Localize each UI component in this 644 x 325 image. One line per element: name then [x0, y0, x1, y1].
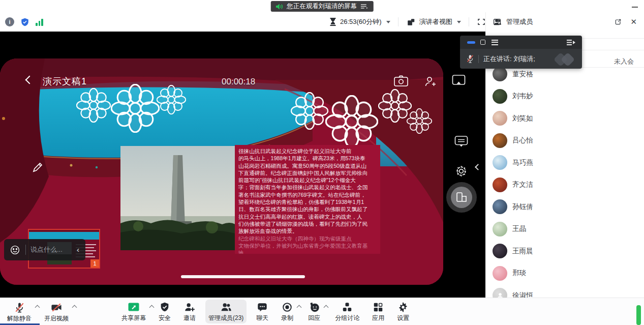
- avatar: [493, 266, 507, 281]
- chevron-up-icon[interactable]: [324, 305, 329, 310]
- add-member-icon[interactable]: [424, 76, 437, 87]
- breakout-icon: [342, 302, 353, 313]
- comment-input-placeholder[interactable]: 说点什么...: [30, 245, 75, 254]
- emoji-icon[interactable]: [4, 245, 20, 255]
- divider: [478, 55, 479, 63]
- member-name: 孙钰倩: [512, 202, 533, 212]
- member-row[interactable]: 邢琰: [485, 262, 644, 285]
- view-layout-icon: [406, 17, 416, 27]
- member-row[interactable]: 齐文洁: [485, 174, 644, 196]
- member-row[interactable]: 吕心怡: [485, 130, 644, 152]
- chat-button[interactable]: 聊天: [253, 300, 271, 323]
- member-row[interactable]: 徐淑恒: [485, 284, 644, 298]
- invite-button[interactable]: 邀请: [180, 300, 199, 323]
- member-name: 董安格: [512, 70, 533, 79]
- avatar: [493, 178, 507, 192]
- chevron-up-icon[interactable]: [72, 305, 77, 310]
- record-button[interactable]: 录制: [278, 300, 296, 323]
- members-icon: [493, 18, 502, 26]
- member-row[interactable]: 马巧燕: [485, 152, 644, 174]
- avatar: [493, 133, 507, 148]
- manage-members-button[interactable]: 管理成员(23): [205, 300, 247, 323]
- popup-collapse-icon[interactable]: [567, 39, 576, 46]
- chevron-up-icon[interactable]: [149, 305, 155, 310]
- edge-indicator-dot: [2, 117, 5, 120]
- camera-slash-icon: [50, 302, 63, 313]
- member-row[interactable]: 刘韦妙: [485, 85, 644, 108]
- view-mode-label[interactable]: 演讲者视图: [419, 17, 452, 26]
- popup-menu-icon[interactable]: [492, 40, 498, 46]
- slide-paragraph-main: 徂徕山抗日武装起义纪念碑位于起义旧址大寺前 的马头山上，1988年1月建立。碑高…: [238, 148, 367, 234]
- timer-dropdown-icon[interactable]: [386, 21, 390, 23]
- member-name: 马巧燕: [512, 158, 533, 167]
- annotate-pencil-icon[interactable]: [32, 161, 44, 173]
- popup-minimize-icon[interactable]: [467, 41, 475, 44]
- start-video-button[interactable]: 开启视频: [41, 300, 72, 324]
- member-name: 齐文洁: [512, 180, 533, 189]
- network-signal-icon[interactable]: [36, 18, 43, 26]
- fullscreen-icon[interactable]: [477, 17, 486, 26]
- top-banner-bar: 您正在观看刘瑞清的屏幕: [0, 0, 644, 12]
- slide-title: 演示文稿1: [43, 75, 87, 87]
- slide-progress-bar[interactable]: [181, 275, 305, 278]
- button-label: 解除静音: [7, 314, 32, 323]
- divider: [469, 17, 469, 26]
- avatar: [493, 222, 507, 237]
- invite-person-icon: [184, 302, 195, 313]
- member-name: 吕心怡: [512, 136, 533, 145]
- popup-titlebar: [460, 36, 582, 49]
- watching-banner[interactable]: 您正在观看刘瑞清的屏幕: [270, 1, 374, 12]
- avatar: [493, 244, 507, 258]
- chevron-up-icon[interactable]: [35, 305, 40, 310]
- security-shield-icon[interactable]: [20, 17, 29, 27]
- avatar: [493, 155, 507, 170]
- divider: [25, 245, 26, 255]
- collapse-input-icon[interactable]: ‹: [75, 245, 85, 255]
- taskbar-peek-bar: [636, 305, 641, 325]
- view-mode-dropdown-icon[interactable]: [457, 21, 461, 23]
- settings-button[interactable]: 设置: [394, 300, 412, 323]
- mic-slash-icon: [14, 302, 25, 313]
- window-minimize-icon[interactable]: [632, 7, 638, 8]
- layout-switch-button[interactable]: [446, 182, 477, 213]
- shield-check-icon: [159, 302, 170, 313]
- share-screen-button[interactable]: 共享屏幕: [118, 300, 149, 323]
- switch-camera-icon[interactable]: [393, 75, 409, 87]
- member-row[interactable]: 刘笑如: [485, 107, 644, 130]
- cast-screen-icon[interactable]: [452, 74, 466, 86]
- panel-close-icon[interactable]: ✕: [630, 17, 637, 26]
- comment-input-bar[interactable]: 说点什么... ‹: [4, 239, 85, 260]
- member-name: 徐淑恒: [512, 291, 533, 298]
- member-name: 刘韦妙: [512, 92, 533, 101]
- settings-gear-icon[interactable]: [454, 164, 468, 178]
- member-name: 王晶: [512, 224, 526, 233]
- react-button[interactable]: 回应: [305, 300, 323, 323]
- panel-popout-icon[interactable]: [614, 18, 622, 26]
- member-name: 刘笑如: [512, 114, 533, 123]
- meeting-toolbar-top: i 26:53(60分钟) 演讲者视图: [0, 12, 644, 32]
- chevron-up-icon[interactable]: [297, 305, 302, 310]
- avatar: [493, 67, 507, 81]
- member-row[interactable]: 王晶: [485, 218, 644, 241]
- unmute-button[interactable]: 解除静音: [4, 300, 35, 324]
- button-label: 聊天: [256, 314, 268, 322]
- avatar: [493, 288, 507, 298]
- breakout-rooms-button[interactable]: 分组讨论: [332, 300, 362, 323]
- member-row[interactable]: 王雨晨: [485, 240, 644, 262]
- hourglass-icon: [329, 18, 336, 26]
- bottom-toolbar: 解除静音 开启视频 共享屏幕 安全 邀请: [0, 298, 644, 325]
- banner-menu-icon[interactable]: [361, 4, 369, 9]
- collapse-panel-icon[interactable]: [475, 164, 481, 170]
- reaction-emoji-icon: [309, 302, 320, 313]
- meeting-timer: 26:53(60分钟): [340, 17, 382, 26]
- comment-panel-icon[interactable]: [454, 135, 468, 149]
- security-button[interactable]: 安全: [156, 300, 174, 323]
- watching-banner-text: 您正在观看刘瑞清的屏幕: [287, 2, 357, 11]
- member-name: 王雨晨: [512, 247, 533, 256]
- apps-button[interactable]: 应用: [369, 300, 387, 323]
- members-icon: [220, 302, 232, 313]
- speaking-popup[interactable]: 正在讲话: 刘瑞清;: [460, 36, 582, 69]
- meeting-info-icon[interactable]: i: [5, 17, 14, 26]
- member-row[interactable]: 孙钰倩: [485, 196, 644, 218]
- popup-restore-icon[interactable]: [480, 40, 485, 45]
